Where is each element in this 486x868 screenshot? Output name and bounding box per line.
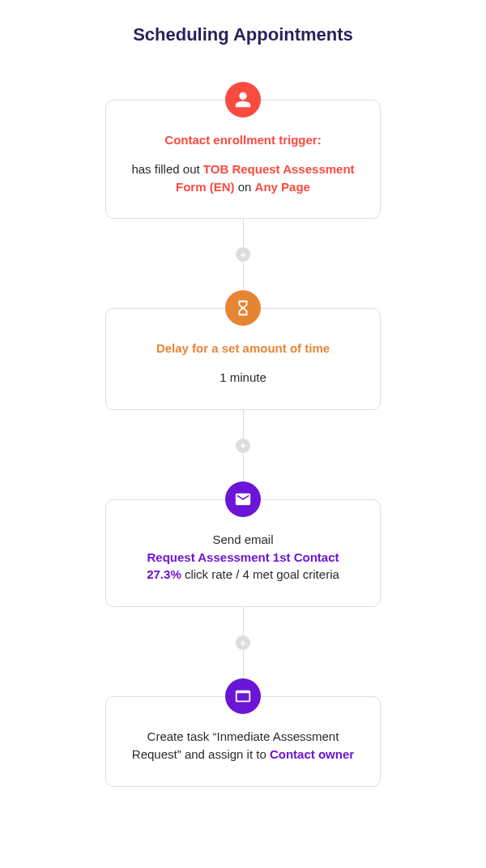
workflow-diagram: Scheduling Appointments Contact enrollme… xyxy=(0,24,486,787)
connector-line xyxy=(243,607,244,636)
delay-heading: Delay for a set amount of time xyxy=(129,340,357,357)
connector-line xyxy=(243,649,244,678)
email-pre: Send email xyxy=(129,531,357,549)
connector-line xyxy=(243,219,244,248)
trigger-body: has filled out TOB Request Assessment Fo… xyxy=(129,160,357,196)
envelope-icon xyxy=(225,481,261,517)
email-name: Request Assessment 1st Contact xyxy=(129,549,357,567)
page-title: Scheduling Appointments xyxy=(133,24,353,45)
hourglass-icon xyxy=(225,290,261,326)
email-rate-suffix: click rate / 4 met goal criteria xyxy=(181,567,339,581)
trigger-mid: on xyxy=(235,180,255,194)
trigger-pre: has filled out xyxy=(131,162,202,176)
delay-duration: 1 minute xyxy=(129,369,357,387)
trigger-heading: Contact enrollment trigger: xyxy=(129,131,357,149)
trigger-page: Any Page xyxy=(255,180,310,194)
plus-icon: + xyxy=(236,635,250,650)
email-rate: 27.3% xyxy=(147,567,181,581)
step-trigger: Contact enrollment trigger: has filled o… xyxy=(0,82,486,219)
step-task: Create task “Inmediate Assessment Reques… xyxy=(0,678,486,787)
plus-icon: + xyxy=(236,247,250,262)
task-owner: Contact owner xyxy=(270,747,354,761)
user-icon xyxy=(225,82,261,118)
trigger-card: Contact enrollment trigger: has filled o… xyxy=(105,100,381,219)
step-email: Send email Request Assessment 1st Contac… xyxy=(0,481,486,607)
connector-line xyxy=(243,410,244,439)
plus-icon: + xyxy=(236,438,250,453)
step-delay: Delay for a set amount of time 1 minute xyxy=(0,290,486,410)
connector-line xyxy=(243,452,244,481)
email-stats: 27.3% click rate / 4 met goal criteria xyxy=(129,566,357,584)
task-body: Create task “Inmediate Assessment Reques… xyxy=(129,728,357,763)
window-icon xyxy=(225,678,261,714)
connector-line xyxy=(243,261,244,290)
